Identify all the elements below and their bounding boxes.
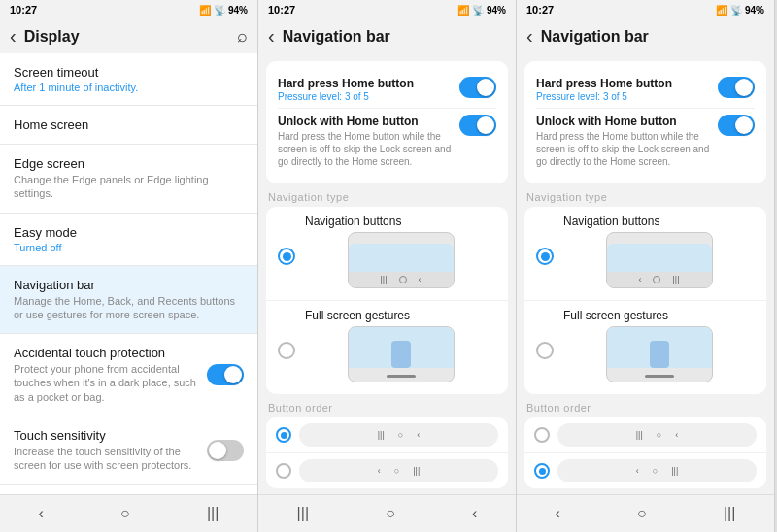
settings-item-desc: Increase the touch sensitivity of the sc… <box>14 445 207 473</box>
navbarleft-header: ‹ Navigation bar <box>258 19 516 53</box>
radio-gestures-2[interactable] <box>278 342 295 359</box>
nav-recent-2[interactable]: ||| <box>297 505 309 522</box>
panel-navbar-right: 10:27 📶 📡 94% ‹ Navigation bar Hard pres… <box>517 0 775 532</box>
radio-nav-buttons-2[interactable] <box>278 248 295 265</box>
order-item-1-2[interactable]: ||| ○ ‹ <box>266 417 508 453</box>
hard-press-toggle-2[interactable] <box>459 77 496 98</box>
nav-home-3[interactable]: ○ <box>637 505 647 522</box>
settings-item-title: Screen timeout <box>14 65 244 80</box>
back-button-3[interactable]: ‹ <box>526 25 533 48</box>
wifi-icon: 📡 <box>214 5 225 16</box>
toggle[interactable] <box>207 364 244 385</box>
settings-item-desc: Protect your phone from accidental touch… <box>14 362 207 404</box>
panel-display: 10:27 📶 📡 94% ‹ Display ⌕ Screen timeout… <box>0 0 258 532</box>
display-settings-list: Screen timeoutAfter 1 minute of inactivi… <box>0 53 257 494</box>
panel-navbar-left: 10:27 📶 📡 94% ‹ Navigation bar Hard pres… <box>258 0 517 532</box>
order-item-1-3[interactable]: ||| ○ ‹ <box>524 417 766 453</box>
settings-item[interactable]: Screen saver Show a screensaver after th… <box>0 485 257 494</box>
settings-item-title: Easy mode <box>14 225 244 240</box>
order-radio-1-2[interactable] <box>276 427 291 443</box>
toggle[interactable] <box>207 440 244 461</box>
order-item-2-2[interactable]: ‹ ○ ||| <box>266 453 508 488</box>
settings-item-desc: Change the Edge panels or Edge lighting … <box>14 173 244 201</box>
radio-gestures-3[interactable] <box>536 342 554 359</box>
button-order-section-2: ||| ○ ‹ ‹ ○ ||| <box>266 417 508 488</box>
nav-type-buttons-2[interactable]: Navigation buttons ||| ‹ <box>266 207 508 301</box>
order-buttons-1-3: ||| ○ ‹ <box>557 423 757 447</box>
nav-recent-3[interactable]: ||| <box>724 505 735 522</box>
back-button-1[interactable]: ‹ <box>10 25 17 48</box>
order-radio-1-3[interactable] <box>534 427 550 443</box>
nav-type-section-3: Navigation buttons ‹ ||| Full screen ges… <box>524 207 766 394</box>
gestures-label-3: Full screen gestures <box>563 309 755 322</box>
nav-back-1[interactable]: ‹ <box>39 505 44 522</box>
order-radio-2-3[interactable] <box>534 463 550 479</box>
nav-buttons-preview-2: ||| ‹ <box>348 232 455 288</box>
order-buttons-2-3: ‹ ○ ||| <box>557 459 757 482</box>
settings-item[interactable]: Accidental touch protection Protect your… <box>0 334 257 416</box>
time-1: 10:27 <box>10 4 37 16</box>
nav-type-buttons-3[interactable]: Navigation buttons ‹ ||| <box>524 207 766 301</box>
back-button-2[interactable]: ‹ <box>268 25 275 48</box>
settings-item[interactable]: Easy modeTurned off <box>0 214 257 266</box>
status-icons-3: 📶 📡 94% <box>716 5 764 16</box>
search-button-1[interactable]: ⌕ <box>237 26 248 47</box>
hard-press-row-2: Hard press Home button Pressure level: 3… <box>278 71 496 109</box>
status-icons-2: 📶 📡 94% <box>457 5 506 16</box>
nav-back-2[interactable]: ‹ <box>472 505 477 522</box>
status-bar-1: 10:27 📶 📡 94% <box>0 0 257 19</box>
button-order-label-2: Button order <box>268 402 508 414</box>
settings-item[interactable]: Touch sensitivity Increase the touch sen… <box>0 416 257 485</box>
signal-icon-3: 📶 <box>716 5 727 16</box>
order-item-2-3[interactable]: ‹ ○ ||| <box>524 453 766 488</box>
nav-buttons-preview-3: ‹ ||| <box>606 232 713 288</box>
gestures-preview-3 <box>606 326 713 382</box>
navbarleft-content: Hard press Home button Pressure level: 3… <box>258 53 516 494</box>
status-bar-3: 10:27 📶 📡 94% <box>517 0 774 19</box>
settings-item[interactable]: Screen timeoutAfter 1 minute of inactivi… <box>0 53 257 106</box>
order-buttons-1-2: ||| ○ ‹ <box>299 423 498 447</box>
settings-item[interactable]: Home screen <box>0 106 257 145</box>
unlock-home-title-2: Unlock with Home button <box>278 115 452 128</box>
nav-type-label-3: Navigation type <box>526 191 766 203</box>
nav-back-3[interactable]: ‹ <box>556 505 560 522</box>
hard-press-sub-2: Pressure level: 3 of 5 <box>278 91 452 102</box>
nav-buttons-label-2: Navigation buttons <box>305 215 496 228</box>
navbarright-title: Navigation bar <box>541 28 764 46</box>
unlock-home-toggle-2[interactable] <box>459 115 496 136</box>
navbarleft-title: Navigation bar <box>283 28 506 46</box>
navbarright-header: ‹ Navigation bar <box>517 19 774 53</box>
settings-item-title: Navigation bar <box>14 278 244 292</box>
settings-item[interactable]: Edge screenChange the Edge panels or Edg… <box>0 145 257 214</box>
display-header: ‹ Display ⌕ <box>0 19 257 53</box>
hard-press-sub-3: Pressure level: 3 of 5 <box>536 91 710 102</box>
hard-press-row-3: Hard press Home button Pressure level: 3… <box>536 71 755 109</box>
status-icons-1: 📶 📡 94% <box>199 5 248 16</box>
nav-recent-1[interactable]: ||| <box>207 505 219 522</box>
navbarleft-settings-section: Hard press Home button Pressure level: 3… <box>266 61 508 183</box>
unlock-home-toggle-3[interactable] <box>718 115 755 136</box>
nav-type-gestures-2[interactable]: Full screen gestures <box>266 301 508 394</box>
hard-press-title-2: Hard press Home button <box>278 77 452 90</box>
unlock-home-row-3: Unlock with Home button Hard press the H… <box>536 109 755 174</box>
unlock-home-title-3: Unlock with Home button <box>536 115 710 128</box>
settings-item-title: Edge screen <box>14 156 244 171</box>
nav-home-2[interactable]: ○ <box>386 505 395 522</box>
radio-nav-buttons-3[interactable] <box>536 248 554 265</box>
hard-press-title-3: Hard press Home button <box>536 77 710 90</box>
battery-3: 94% <box>745 5 764 16</box>
order-radio-2-2[interactable] <box>276 463 291 479</box>
order-buttons-2-2: ‹ ○ ||| <box>299 459 498 482</box>
hard-press-toggle-3[interactable] <box>718 77 755 98</box>
settings-item[interactable]: Navigation barManage the Home, Back, and… <box>0 266 257 335</box>
bottom-nav-1: ‹ ○ ||| <box>0 494 257 532</box>
unlock-home-desc-3: Hard press the Home button while the scr… <box>536 130 710 168</box>
navbarright-content: Hard press Home button Pressure level: 3… <box>517 53 774 494</box>
gestures-label-2: Full screen gestures <box>305 309 496 322</box>
settings-item-title: Home screen <box>14 117 244 132</box>
display-title: Display <box>24 28 237 46</box>
nav-home-1[interactable]: ○ <box>120 505 130 522</box>
battery-1: 94% <box>228 5 248 16</box>
time-3: 10:27 <box>526 4 554 16</box>
nav-type-gestures-3[interactable]: Full screen gestures <box>524 301 766 394</box>
